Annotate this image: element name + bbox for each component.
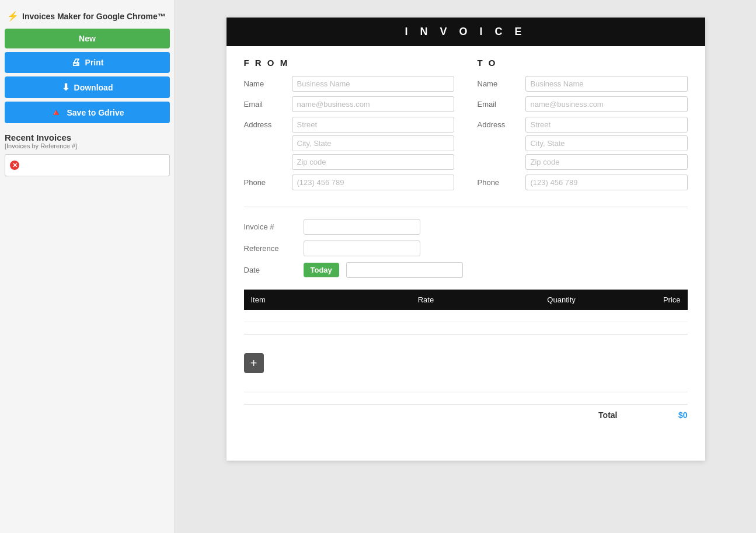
from-name-row: Name (244, 76, 454, 92)
gdrive-icon: 🔺 (50, 107, 62, 118)
print-button-label: Print (85, 58, 104, 67)
invoice-meta: Invoice # Reference Date Today (244, 219, 688, 278)
rate-cell (340, 310, 441, 322)
new-button[interactable]: New (5, 29, 170, 48)
to-name-label: Name (478, 76, 518, 88)
from-column: F R O M Name Email Addre (244, 58, 454, 195)
to-label: T O (478, 58, 688, 68)
quantity-cell (441, 310, 583, 322)
gdrive-button-label: Save to Gdrive (67, 108, 124, 117)
invoice-num-row: Invoice # (244, 219, 688, 235)
total-label: Total (598, 410, 617, 420)
to-street-input[interactable] (525, 117, 688, 133)
download-icon: ⬇ (62, 82, 69, 93)
today-button[interactable]: Today (304, 263, 339, 277)
to-phone-input[interactable] (525, 175, 688, 190)
to-name-input[interactable] (525, 76, 688, 92)
col-price: Price (583, 290, 688, 310)
to-email-input[interactable] (525, 96, 688, 112)
from-phone-label: Phone (244, 175, 285, 187)
from-street-input[interactable] (292, 117, 454, 133)
item-cell (244, 310, 340, 322)
print-button[interactable]: 🖨 Print (5, 52, 170, 73)
to-phone-label: Phone (478, 175, 518, 187)
download-button[interactable]: ⬇ Download (5, 76, 170, 98)
from-phone-input[interactable] (292, 175, 454, 190)
add-item-button[interactable]: + (244, 353, 264, 373)
col-item: Item (244, 290, 340, 310)
col-quantity: Quantity (441, 290, 583, 310)
from-phone-row: Phone (244, 175, 454, 190)
to-phone-row: Phone (478, 175, 688, 190)
invoice-num-label: Invoice # (244, 222, 297, 231)
app-title-text: Invoices Maker for Google Chrome™ (22, 12, 166, 21)
recent-subtitle: [Invoices by Reference #] (5, 142, 170, 149)
to-column: T O Name Email Address (478, 58, 688, 195)
from-label: F R O M (244, 58, 454, 68)
gdrive-button[interactable]: 🔺 Save to Gdrive (5, 102, 170, 123)
price-cell (583, 310, 688, 322)
invoice-num-input[interactable] (304, 219, 420, 235)
date-row: Date Today (244, 262, 688, 278)
sidebar: ⚡ Invoices Maker for Google Chrome™ New … (0, 0, 175, 533)
to-address-row: Address (478, 117, 688, 170)
items-table: Item Rate Quantity Price (244, 290, 688, 322)
reference-row: Reference (244, 241, 688, 256)
print-icon: 🖨 (71, 57, 81, 68)
to-name-row: Name (478, 76, 688, 92)
to-email-label: Email (478, 96, 518, 109)
col-rate: Rate (340, 290, 441, 310)
divider-2 (244, 334, 688, 335)
download-button-label: Download (74, 83, 113, 92)
divider-1 (244, 207, 688, 207)
invoice-body: F R O M Name Email Addre (227, 46, 705, 437)
from-email-row: Email (244, 96, 454, 112)
total-value: $0 (653, 410, 688, 420)
from-name-label: Name (244, 76, 285, 88)
delete-recent-icon[interactable]: ✕ (10, 161, 19, 170)
total-row: Total $0 (244, 404, 688, 426)
invoice-header: I N V O I C E (227, 18, 705, 46)
from-city-input[interactable] (292, 135, 454, 151)
add-item-row: + (244, 346, 688, 380)
from-email-label: Email (244, 96, 285, 109)
recent-section: Recent Invoices [Invoices by Reference #… (5, 133, 170, 176)
table-row (244, 310, 688, 322)
date-label: Date (244, 266, 297, 274)
to-zip-input[interactable] (525, 154, 688, 170)
app-title: ⚡ Invoices Maker for Google Chrome™ (5, 6, 170, 29)
from-to-row: F R O M Name Email Addre (244, 58, 688, 195)
from-email-input[interactable] (292, 96, 454, 112)
main-content: I N V O I C E F R O M Name Email (175, 0, 756, 533)
to-email-row: Email (478, 96, 688, 112)
divider-3 (244, 392, 688, 392)
reference-label: Reference (244, 244, 297, 253)
to-address-label: Address (478, 117, 518, 129)
reference-input[interactable] (304, 241, 420, 256)
recent-title: Recent Invoices (5, 133, 170, 142)
lightning-icon: ⚡ (7, 11, 19, 22)
invoice-paper: I N V O I C E F R O M Name Email (227, 18, 705, 461)
recent-items-container: ✕ (5, 154, 170, 176)
from-address-label: Address (244, 117, 285, 129)
from-zip-input[interactable] (292, 154, 454, 170)
from-name-input[interactable] (292, 76, 454, 92)
date-input[interactable] (346, 262, 463, 278)
new-button-label: New (79, 34, 96, 43)
to-city-input[interactable] (525, 135, 688, 151)
from-address-row: Address (244, 117, 454, 170)
